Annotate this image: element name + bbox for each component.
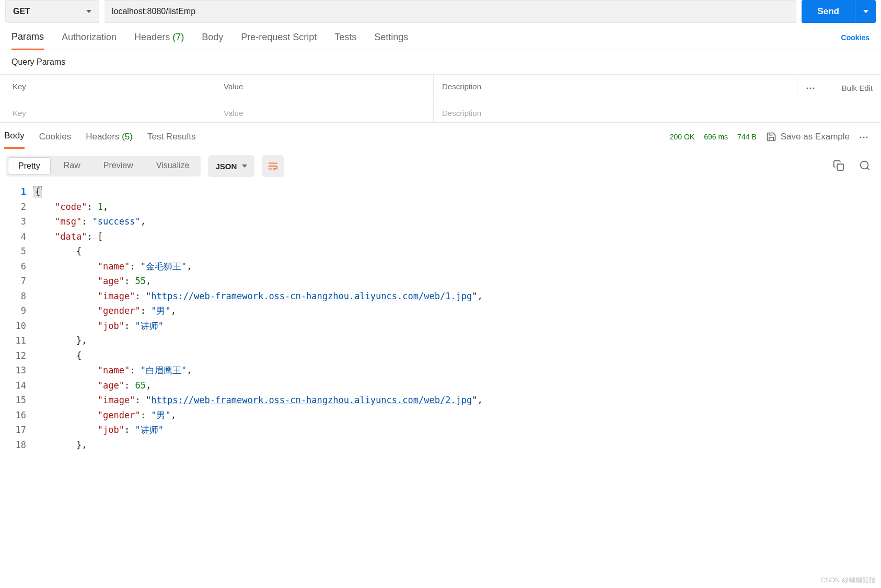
save-as-example-button[interactable]: Save as Example bbox=[766, 132, 850, 142]
more-columns-icon[interactable]: ⋯ bbox=[806, 82, 816, 93]
tab-params[interactable]: Params bbox=[11, 31, 44, 50]
chevron-down-icon bbox=[242, 164, 247, 168]
response-view-row: Pretty Raw Preview Visualize JSON bbox=[0, 149, 881, 182]
tab-headers[interactable]: Headers (7) bbox=[134, 32, 184, 49]
status-code: 200 OK bbox=[670, 133, 694, 141]
table-header-row: Key Value Description ⋯ Bulk Edit bbox=[0, 75, 881, 101]
copy-button[interactable] bbox=[833, 160, 844, 173]
response-body-editor[interactable]: 123456789101112131415161718 { "code": 1,… bbox=[0, 182, 881, 457]
tab-authorization[interactable]: Authorization bbox=[62, 32, 117, 49]
line-gutter: 123456789101112131415161718 bbox=[0, 184, 33, 452]
desc-input[interactable]: Description bbox=[434, 101, 881, 122]
col-description: Description bbox=[434, 75, 797, 101]
request-tabs: Params Authorization Headers (7) Body Pr… bbox=[0, 27, 881, 50]
col-key: Key bbox=[0, 75, 215, 101]
view-pretty[interactable]: Pretty bbox=[8, 157, 51, 175]
url-input[interactable] bbox=[105, 0, 796, 23]
tab-resp-body[interactable]: Body bbox=[4, 131, 25, 149]
response-size: 744 B bbox=[737, 133, 757, 141]
code-body: { "code": 1, "msg": "success", "data": [… bbox=[33, 184, 483, 452]
tab-resp-cookies[interactable]: Cookies bbox=[39, 132, 71, 148]
query-params-title: Query Params bbox=[0, 50, 881, 74]
send-button[interactable]: Send bbox=[802, 0, 855, 23]
method-label: GET bbox=[13, 7, 30, 16]
tab-settings[interactable]: Settings bbox=[374, 32, 408, 49]
value-input[interactable]: Value bbox=[215, 101, 434, 122]
http-method-select[interactable]: GET bbox=[5, 0, 99, 23]
response-tabs: Body Cookies Headers (5) Test Results 20… bbox=[0, 123, 881, 149]
table-row[interactable]: Key Value Description bbox=[0, 101, 881, 122]
svg-rect-2 bbox=[837, 164, 843, 170]
send-dropdown-button[interactable] bbox=[855, 0, 876, 23]
response-actions bbox=[833, 160, 871, 173]
svg-point-3 bbox=[861, 161, 868, 169]
col-value: Value bbox=[215, 75, 434, 101]
view-preview[interactable]: Preview bbox=[92, 156, 145, 177]
bulk-edit-link[interactable]: Bulk Edit bbox=[842, 84, 873, 92]
request-bar: GET Send bbox=[0, 0, 881, 27]
tab-resp-test-results[interactable]: Test Results bbox=[147, 132, 196, 148]
save-icon bbox=[766, 132, 776, 142]
key-input[interactable]: Key bbox=[0, 101, 215, 122]
svg-line-4 bbox=[867, 168, 869, 170]
response-more-icon[interactable]: ⋯ bbox=[859, 131, 870, 143]
tab-prerequest[interactable]: Pre-request Script bbox=[241, 32, 317, 49]
view-visualize[interactable]: Visualize bbox=[145, 156, 201, 177]
view-mode-segment: Pretty Raw Preview Visualize bbox=[6, 156, 201, 177]
tab-body[interactable]: Body bbox=[202, 32, 223, 49]
wrap-lines-button[interactable] bbox=[262, 155, 284, 177]
search-icon bbox=[859, 160, 871, 171]
content-type-select[interactable]: JSON bbox=[208, 155, 254, 177]
wrap-icon bbox=[267, 160, 279, 172]
search-button[interactable] bbox=[859, 160, 871, 173]
response-meta: 200 OK 696 ms 744 B Save as Example ⋯ bbox=[670, 131, 870, 149]
send-button-group: Send bbox=[802, 0, 876, 23]
tab-resp-headers[interactable]: Headers (5) bbox=[86, 132, 133, 148]
chevron-down-icon bbox=[86, 10, 91, 13]
chevron-down-icon bbox=[863, 10, 868, 13]
query-params-table: Key Value Description ⋯ Bulk Edit Key Va… bbox=[0, 74, 881, 123]
copy-icon bbox=[833, 160, 844, 171]
col-actions: ⋯ Bulk Edit bbox=[797, 75, 881, 101]
cookies-link[interactable]: Cookies bbox=[841, 33, 870, 48]
view-raw[interactable]: Raw bbox=[52, 156, 92, 177]
response-time: 696 ms bbox=[704, 133, 728, 141]
tab-tests[interactable]: Tests bbox=[334, 32, 356, 49]
